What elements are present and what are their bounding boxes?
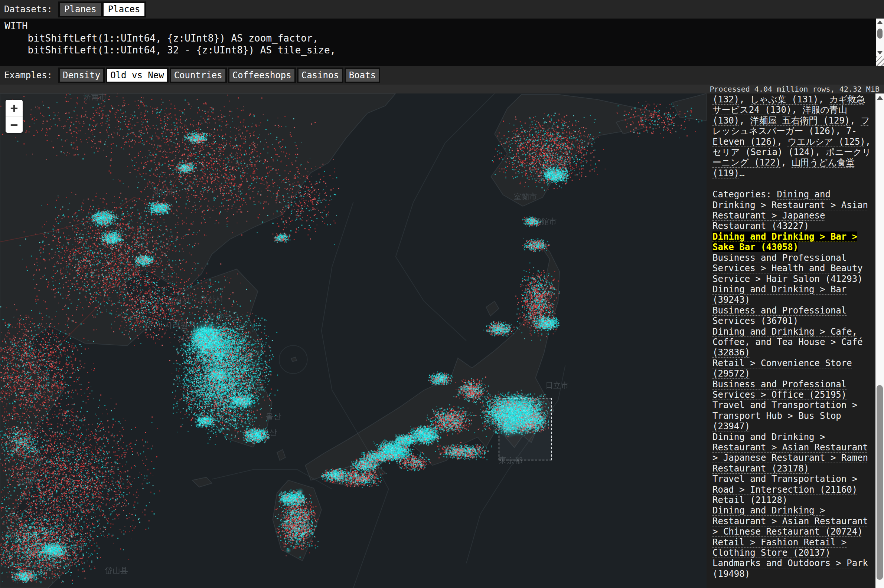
category-link[interactable]: Business and Professional Services > Hea… [713,253,863,284]
selection-rectangle[interactable] [499,398,552,460]
category-link[interactable]: Travel and Transportation > Transport Hu… [713,400,857,432]
zoom-out-button[interactable]: − [6,116,23,133]
category-link[interactable]: Dining and Drinking > Bar (39243) [713,284,846,305]
category-link[interactable]: Dining and Drinking > Cafe, Coffee, and … [713,327,863,358]
map-zoom-control: + − [6,100,23,133]
zoom-in-button[interactable]: + [6,100,23,116]
category-row: Travel and Transportation > Road > Inter… [713,474,872,495]
datasets-buttons: PlanesPlaces [58,2,146,17]
example-button-boats[interactable]: Boats [344,68,380,83]
example-button-casinos[interactable]: Casinos [297,68,343,83]
brand-link[interactable]: しゃぶ葉 (131) [750,94,818,105]
brands-paragraph: (132), しゃぶ葉 (131), カギ救急サービス24 (130), 洋服の… [713,94,872,178]
sql-code[interactable]: WITH bitShiftLeft(1::UInt64, {z:UInt8}) … [0,18,884,56]
category-row: Categories: Dining and Drinking > Restau… [713,189,872,231]
category-row: Dining and Drinking > Bar (39243) [713,284,872,305]
category-link[interactable]: Landmarks and Outdoors > Park (19498) [713,558,868,579]
example-button-countries[interactable]: Countries [170,68,227,83]
example-button-old-vs-new[interactable]: Old vs New [106,68,168,83]
category-link-highlighted[interactable]: Dining and Drinking > Bar > Sake Bar (43… [713,231,857,252]
category-row: Landmarks and Outdoors > Park (19498) [713,558,872,579]
example-button-density[interactable]: Density [58,68,105,83]
category-link[interactable]: Business and Professional Services (3670… [713,305,846,326]
examples-bar: Examples: DensityOld vs NewCountriesCoff… [0,66,884,85]
brand-link[interactable]: ウエルシア (125) [788,136,866,147]
category-row: Travel and Transportation > Transport Hu… [713,400,872,432]
example-button-coffeeshops[interactable]: Coffeeshops [228,68,296,83]
category-link[interactable]: Dining and Drinking > Restaurant > Asian… [713,505,868,537]
status-bar: Processed 4.04 million rows, 42.32 MiB [0,85,884,93]
category-link[interactable]: Business and Professional Services > Off… [713,379,846,400]
sidebar-scroll-up-icon[interactable] [877,96,883,100]
dataset-button-planes[interactable]: Planes [60,3,101,16]
category-row: Business and Professional Services > Hea… [713,253,872,284]
category-row: Dining and Drinking > Bar > Sake Bar (43… [713,231,872,253]
brand-link[interactable]: (132) [713,94,739,105]
category-row: Retail > Fashion Retail > Clothing Store… [713,537,872,558]
map-canvas[interactable] [0,93,707,588]
map[interactable]: + − [0,93,707,588]
category-link[interactable]: Travel and Transportation > Road > Inter… [713,474,857,495]
category-row: Business and Professional Services (3670… [713,305,872,327]
sql-scrollbar-track[interactable] [876,18,884,56]
brand-link[interactable]: セリア (Seria) (124) [713,147,815,157]
sql-scrollbar-thumb[interactable] [877,28,882,39]
status-text: Processed 4.04 million rows, 42.32 MiB [710,85,884,93]
category-link[interactable]: Retail (21128) [713,495,788,505]
category-row: Dining and Drinking > Cafe, Coffee, and … [713,327,872,358]
category-link[interactable]: Retail > Convenience Store (29572) [713,358,852,379]
sql-editor[interactable]: WITH bitShiftLeft(1::UInt64, {z:UInt8}) … [0,18,884,66]
category-row: Retail > Convenience Store (29572) [713,358,872,379]
sidebar-scrollbar-thumb[interactable] [876,385,883,580]
category-link[interactable]: Retail > Fashion Retail > Clothing Store… [713,537,846,558]
brand-link[interactable]: 洋麺屋 五右衛門 (129) [750,116,850,126]
datasets-bar: Datasets: PlanesPlaces [0,0,884,18]
categories-list: Categories: Dining and Drinking > Restau… [713,189,872,579]
dataset-button-places[interactable]: Places [104,3,145,16]
datasets-label: Datasets: [4,4,53,15]
categories-label: Categories: [713,189,777,200]
sidebar: (132), しゃぶ葉 (131), カギ救急サービス24 (130), 洋服の… [707,93,875,588]
sql-scroll-up-icon[interactable] [877,20,882,24]
category-row: Business and Professional Services > Off… [713,379,872,400]
category-row: Dining and Drinking > Restaurant > Asian… [713,432,872,474]
examples-label: Examples: [4,70,53,81]
sql-resize-grip-icon[interactable] [876,56,884,66]
sidebar-scrollbar-track[interactable] [875,93,884,588]
category-row: Dining and Drinking > Restaurant > Asian… [713,505,872,537]
sql-scroll-down-icon[interactable] [877,51,882,54]
examples-buttons: DensityOld vs NewCountriesCoffeeshopsCas… [58,68,380,83]
category-row: Retail (21128) [713,495,872,505]
category-link[interactable]: Dining and Drinking > Restaurant > Asian… [713,432,868,474]
